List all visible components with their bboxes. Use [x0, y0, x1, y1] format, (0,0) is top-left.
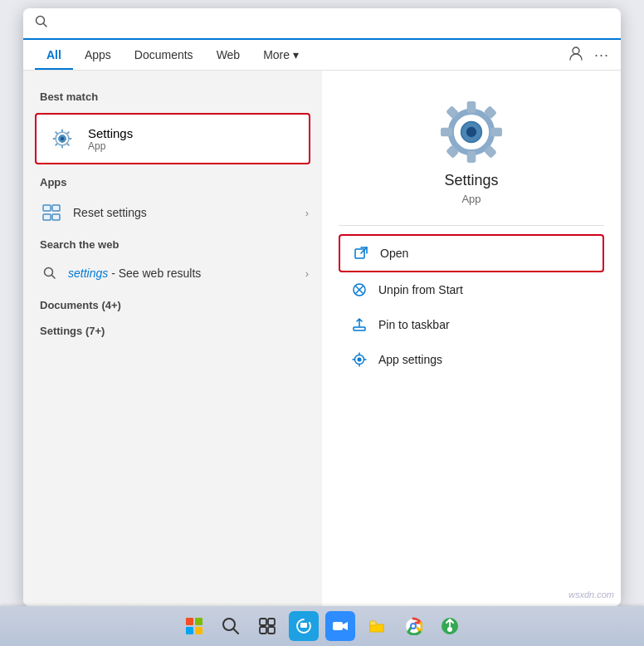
svg-point-6: [61, 137, 64, 140]
reset-settings-item[interactable]: Reset settings ›: [23, 193, 322, 232]
settings-icon-small: [46, 123, 78, 154]
right-panel: Settings App Open: [322, 71, 621, 606]
tab-all[interactable]: All: [35, 40, 73, 70]
pin-taskbar-icon: [350, 316, 368, 334]
right-app-name: Settings: [444, 172, 498, 189]
settings-gear-large-icon: [435, 95, 508, 172]
tab-apps[interactable]: Apps: [73, 40, 123, 70]
svg-rect-19: [490, 128, 502, 137]
svg-point-42: [412, 624, 415, 628]
action-pin-taskbar[interactable]: Pin to taskbar: [339, 307, 604, 342]
tab-documents[interactable]: Documents: [123, 40, 205, 70]
svg-line-12: [52, 276, 56, 279]
svg-point-30: [358, 358, 362, 362]
taskbar-files-button[interactable]: [362, 611, 392, 641]
svg-rect-34: [268, 619, 275, 625]
search-bar: settings: [23, 8, 621, 40]
apps-label: Apps: [23, 169, 322, 193]
action-app-settings-label: App settings: [378, 353, 442, 366]
web-search-label: Search the web: [23, 232, 322, 256]
search-window: settings All Apps Documents Web More ▾ ·…: [23, 8, 621, 606]
documents-expandable[interactable]: Documents (4+): [23, 291, 322, 316]
search-input[interactable]: settings: [55, 16, 609, 31]
more-options-icon[interactable]: ···: [594, 46, 609, 64]
best-match-label: Best match: [23, 84, 322, 108]
watermark: wsxdn.com: [568, 590, 614, 600]
web-search-item[interactable]: settings - See web results ›: [23, 256, 322, 291]
tabs-bar: All Apps Documents Web More ▾ ···: [23, 40, 621, 71]
left-panel: Best match Settings App Apps: [23, 71, 322, 606]
web-search-term: settings: [68, 267, 108, 280]
chevron-right-icon: ›: [305, 207, 309, 219]
svg-point-2: [573, 47, 579, 54]
content-area: Best match Settings App Apps: [23, 71, 621, 606]
tabs-right-icons: ···: [568, 45, 609, 66]
svg-point-44: [447, 627, 452, 632]
settings-expandable[interactable]: Settings (7+): [23, 316, 322, 342]
best-match-name: Settings: [88, 126, 133, 140]
taskbar-search-button[interactable]: [216, 611, 246, 641]
taskbar-chrome-button[interactable]: [398, 611, 428, 641]
action-list: Open Unpin from Start: [339, 225, 604, 377]
svg-rect-37: [333, 622, 343, 630]
svg-point-15: [466, 127, 476, 137]
action-open[interactable]: Open: [339, 234, 604, 272]
action-pin-label: Pin to taskbar: [378, 318, 450, 331]
app-settings-icon: [350, 350, 368, 369]
taskbar-browser-button[interactable]: [289, 611, 319, 641]
right-app-sub: App: [461, 193, 481, 205]
svg-rect-18: [441, 128, 452, 137]
taskbar: [0, 606, 644, 646]
svg-rect-17: [467, 151, 476, 163]
taskbar-chrome-store-button[interactable]: [435, 611, 465, 641]
svg-rect-16: [467, 101, 476, 113]
reset-settings-label: Reset settings: [73, 206, 147, 219]
action-app-settings[interactable]: App settings: [339, 342, 604, 377]
reset-settings-icon: [40, 201, 63, 224]
svg-rect-28: [354, 327, 365, 330]
best-match-sub: App: [88, 140, 133, 152]
svg-rect-8: [52, 205, 60, 211]
action-unpin-label: Unpin from Start: [378, 283, 463, 296]
tab-more[interactable]: More ▾: [251, 40, 310, 70]
web-search-icon: [40, 263, 60, 283]
svg-rect-35: [260, 627, 266, 634]
best-match-settings[interactable]: Settings App: [35, 113, 310, 164]
svg-rect-9: [43, 214, 51, 220]
search-icon: [35, 15, 48, 32]
svg-rect-38: [370, 621, 376, 625]
tab-web[interactable]: Web: [205, 40, 252, 70]
action-unpin-start[interactable]: Unpin from Start: [339, 272, 604, 307]
web-chevron-icon: ›: [305, 267, 309, 280]
svg-rect-33: [260, 619, 266, 625]
person-icon[interactable]: [568, 45, 584, 66]
svg-rect-7: [43, 205, 51, 211]
svg-rect-10: [52, 214, 60, 220]
svg-line-32: [233, 629, 238, 634]
open-icon: [352, 244, 370, 262]
action-open-label: Open: [380, 247, 408, 260]
svg-rect-36: [268, 627, 275, 634]
web-search-suffix: - See web results: [108, 267, 201, 280]
svg-line-1: [44, 24, 47, 27]
windows-start-button[interactable]: [179, 611, 209, 641]
taskbar-zoom-button[interactable]: [325, 611, 355, 641]
taskbar-taskview-button[interactable]: [252, 611, 282, 641]
unpin-start-icon: [350, 281, 368, 299]
